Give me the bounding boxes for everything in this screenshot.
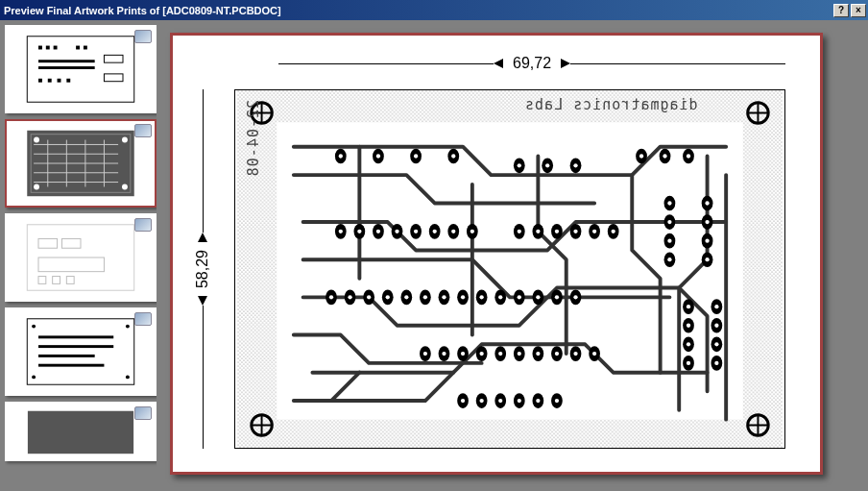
svg-point-165	[479, 352, 483, 356]
svg-rect-24	[38, 277, 46, 284]
svg-rect-25	[53, 277, 60, 284]
svg-point-167	[518, 352, 521, 356]
svg-point-123	[639, 154, 643, 158]
svg-point-117	[376, 154, 380, 158]
svg-point-138	[592, 230, 596, 233]
svg-point-17	[122, 137, 128, 143]
svg-point-148	[329, 295, 333, 299]
svg-rect-22	[61, 238, 81, 248]
svg-point-122	[573, 163, 577, 167]
svg-rect-3	[54, 46, 58, 50]
svg-point-130	[414, 230, 418, 233]
svg-point-125	[687, 154, 690, 158]
thumb-preview	[7, 27, 155, 111]
arrow-up-icon	[198, 233, 207, 242]
svg-rect-27	[27, 319, 133, 384]
thumb-preview	[7, 404, 155, 459]
svg-point-128	[376, 230, 380, 233]
svg-point-169	[555, 352, 559, 356]
svg-point-140	[667, 201, 671, 205]
svg-rect-29	[38, 345, 113, 348]
svg-rect-10	[58, 79, 61, 83]
svg-rect-6	[38, 60, 95, 62]
thumb-preview	[7, 215, 155, 300]
svg-point-119	[451, 154, 455, 158]
print-sheet: 69,72 58,29 diagmatronics Labs 22-04-08	[170, 33, 823, 475]
svg-rect-2	[46, 46, 50, 50]
svg-point-163	[442, 352, 446, 356]
silk-label-date: 22-04-08	[245, 100, 262, 177]
thumbnail-page-3[interactable]	[5, 213, 157, 302]
svg-point-126	[339, 230, 343, 233]
svg-point-32	[32, 325, 36, 329]
svg-rect-11	[66, 79, 70, 83]
silk-label-company: diagmatronics Labs	[524, 96, 698, 113]
svg-point-118	[414, 154, 418, 158]
svg-point-133	[470, 230, 474, 233]
svg-point-161	[573, 295, 577, 299]
svg-point-159	[536, 295, 540, 299]
svg-point-154	[442, 295, 446, 299]
svg-point-136	[555, 230, 559, 233]
svg-point-150	[367, 295, 371, 299]
svg-point-152	[404, 295, 408, 299]
svg-rect-1	[38, 46, 42, 50]
svg-rect-31	[38, 364, 104, 367]
svg-point-168	[536, 352, 540, 356]
window-title: Preview Final Artwork Prints of [ADC0809…	[4, 5, 832, 16]
thumbnail-page-4[interactable]	[5, 307, 157, 396]
svg-point-178	[687, 305, 690, 308]
svg-point-174	[498, 399, 502, 403]
svg-point-158	[518, 295, 521, 299]
titlebar: Preview Final Artwork Prints of [ADC0809…	[0, 0, 868, 20]
svg-point-166	[498, 352, 502, 356]
svg-rect-8	[38, 79, 42, 83]
svg-point-121	[545, 163, 549, 167]
svg-point-127	[357, 230, 361, 233]
svg-rect-36	[28, 411, 133, 454]
svg-point-134	[518, 230, 521, 233]
svg-point-34	[32, 375, 36, 379]
svg-point-182	[714, 305, 718, 308]
pcb-svg	[235, 90, 784, 448]
dimension-height: 58,29	[188, 89, 217, 449]
svg-point-185	[714, 361, 718, 365]
svg-point-35	[126, 375, 130, 379]
svg-point-147	[705, 258, 709, 261]
svg-point-164	[461, 352, 465, 356]
close-button[interactable]: ×	[851, 4, 866, 17]
dimension-width-value: 69,72	[503, 55, 561, 72]
thumbnail-page-1[interactable]	[5, 25, 157, 113]
thumbnail-page-2[interactable]	[5, 119, 157, 208]
svg-point-145	[705, 220, 709, 224]
svg-point-131	[433, 230, 437, 233]
help-button[interactable]: ?	[833, 4, 849, 17]
arrow-down-icon	[198, 296, 207, 306]
svg-point-151	[386, 295, 390, 299]
svg-point-142	[667, 238, 671, 242]
page-icon	[134, 406, 152, 420]
preview-pane[interactable]: 69,72 58,29 diagmatronics Labs 22-04-08	[162, 25, 863, 486]
svg-point-157	[498, 295, 502, 299]
dimension-width: 69,72	[278, 49, 785, 78]
svg-point-183	[714, 324, 718, 328]
svg-point-124	[663, 154, 666, 158]
svg-rect-7	[38, 66, 95, 69]
svg-point-141	[667, 220, 671, 224]
svg-point-176	[536, 399, 540, 403]
svg-point-180	[687, 342, 690, 346]
thumbnail-panel	[5, 25, 157, 486]
svg-point-143	[667, 258, 671, 261]
svg-point-120	[518, 163, 521, 167]
svg-point-137	[573, 230, 577, 233]
svg-point-162	[423, 352, 427, 356]
svg-point-139	[612, 230, 615, 233]
svg-point-172	[461, 399, 465, 403]
dimension-height-value: 58,29	[194, 242, 211, 296]
svg-rect-41	[277, 122, 743, 419]
thumbnail-page-5[interactable]	[5, 402, 157, 461]
page-icon	[134, 124, 152, 137]
svg-point-177	[555, 399, 559, 403]
arrow-left-icon	[494, 59, 503, 68]
svg-point-116	[339, 154, 343, 158]
